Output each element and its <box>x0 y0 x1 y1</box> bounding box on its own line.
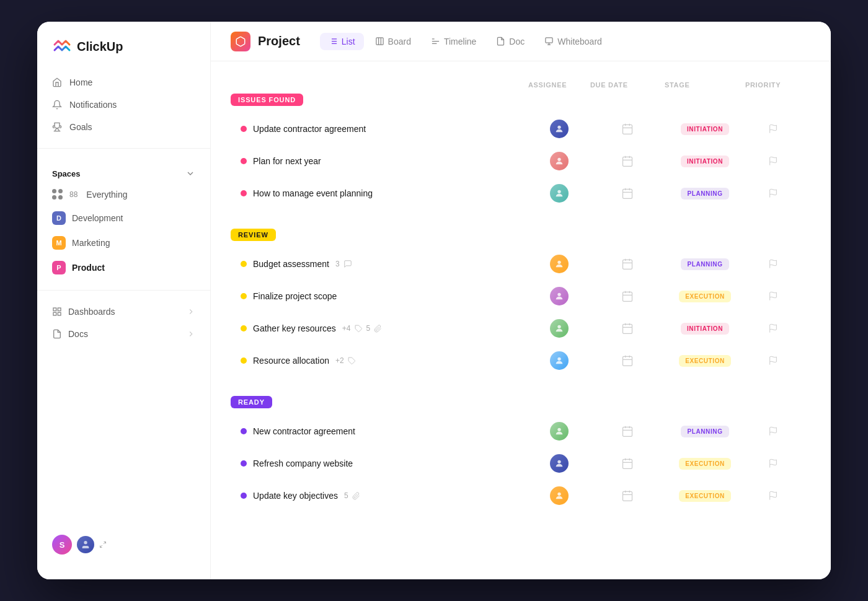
col-task <box>241 81 528 89</box>
project-icon <box>231 32 250 51</box>
task-name-8: New contractor agreement <box>241 426 528 436</box>
svg-point-21 <box>557 126 560 129</box>
tab-board-label: Board <box>388 37 411 46</box>
development-badge: D <box>52 211 66 225</box>
task-stage-5: EXECUTION <box>665 291 745 302</box>
task-dot-red <box>241 158 247 164</box>
avatar <box>550 184 569 203</box>
person-icon <box>554 426 564 436</box>
clickup-logo-icon <box>52 37 72 56</box>
calendar-icon <box>621 187 634 200</box>
task-meta-4: 3 <box>335 260 352 268</box>
table-row[interactable]: How to manage event planning PLANNING <box>231 178 811 209</box>
task-assignee-1 <box>528 120 590 138</box>
header-tabs: List Board Timeline Doc <box>320 33 611 50</box>
sidebar-item-goals[interactable]: Goals <box>45 116 203 138</box>
svg-rect-2 <box>58 312 61 315</box>
task-assignee-9 <box>528 454 590 473</box>
sidebar-item-product[interactable]: P Product <box>45 255 203 280</box>
user-icon <box>81 540 91 550</box>
task-date-3[interactable] <box>590 187 665 200</box>
calendar-icon <box>621 322 634 335</box>
table-row[interactable]: Plan for next year INITIATION <box>231 146 811 177</box>
table-row[interactable]: Refresh company website EXECUTION <box>231 448 811 479</box>
avatar <box>550 486 569 505</box>
sidebar-item-everything-label: Everything <box>86 190 127 200</box>
flag-icon <box>768 323 778 333</box>
calendar-icon <box>621 489 634 502</box>
sidebar-divider-2 <box>37 290 210 291</box>
expand-icon[interactable] <box>99 541 107 548</box>
tab-doc[interactable]: Doc <box>487 33 533 50</box>
svg-rect-34 <box>623 189 632 198</box>
calendar-icon <box>621 290 634 302</box>
chevron-right-icon <box>187 307 195 316</box>
tab-whiteboard[interactable]: Whiteboard <box>536 33 611 50</box>
table-row[interactable]: Update contractor agreement INITIATION <box>231 113 811 144</box>
sidebar-item-marketing[interactable]: M Marketing <box>45 230 203 255</box>
task-stage-10: EXECUTION <box>665 490 745 502</box>
sidebar-item-everything[interactable]: 88 Everything <box>45 183 203 206</box>
task-date-9[interactable] <box>590 457 665 470</box>
task-date-10[interactable] <box>590 489 665 502</box>
dashboards-icon <box>52 307 62 317</box>
sidebar-item-home[interactable]: Home <box>45 71 203 94</box>
calendar-icon <box>621 457 634 470</box>
task-date-2[interactable] <box>590 155 665 167</box>
docs-icon <box>52 329 62 339</box>
sidebar-item-development[interactable]: D Development <box>45 206 203 230</box>
task-assignee-3 <box>528 184 590 203</box>
sidebar-item-docs[interactable]: Docs <box>45 323 203 345</box>
task-date-1[interactable] <box>590 123 665 135</box>
flag-icon <box>768 188 778 198</box>
task-assignee-7 <box>528 351 590 370</box>
task-stage-1: INITIATION <box>665 123 745 135</box>
task-dot-yellow <box>241 293 247 299</box>
task-date-6[interactable] <box>590 322 665 335</box>
task-date-4[interactable] <box>590 258 665 270</box>
sidebar-item-notifications[interactable]: Notifications <box>45 94 203 116</box>
task-assignee-6 <box>528 319 590 338</box>
task-priority-7 <box>745 356 801 366</box>
table-row[interactable]: Resource allocation +2 <box>231 345 811 376</box>
grid-icon <box>52 189 63 200</box>
task-dot-red <box>241 126 247 132</box>
table-row[interactable]: Update key objectives 5 <box>231 480 811 511</box>
task-name-5: Finalize project scope <box>241 291 528 301</box>
task-date-7[interactable] <box>590 354 665 367</box>
paperclip-icon <box>374 325 382 333</box>
table-row[interactable]: New contractor agreement PLANNING <box>231 416 811 447</box>
bell-icon <box>52 100 62 110</box>
task-name-9: Refresh company website <box>241 458 528 468</box>
section-ready-header: READY <box>231 396 811 408</box>
task-priority-3 <box>745 188 801 198</box>
tag-icon-2 <box>348 357 356 365</box>
flag-icon <box>768 156 778 166</box>
tab-board[interactable]: Board <box>366 33 420 50</box>
table-row[interactable]: Gather key resources +4 5 <box>231 313 811 344</box>
table-row[interactable]: Budget assessment 3 <box>231 248 811 279</box>
tab-timeline[interactable]: Timeline <box>422 33 485 50</box>
user-avatar-secondary[interactable] <box>77 536 94 553</box>
sidebar-logo[interactable]: ClickUp <box>37 37 210 71</box>
task-date-8[interactable] <box>590 425 665 437</box>
person-icon <box>554 323 564 333</box>
svg-point-59 <box>557 358 560 361</box>
sidebar-item-dashboards[interactable]: Dashboards <box>45 300 203 323</box>
svg-rect-19 <box>546 38 552 43</box>
tab-list[interactable]: List <box>320 33 364 50</box>
person-icon <box>554 356 564 366</box>
task-meta-6: +4 5 <box>342 324 382 333</box>
section-review-label: REVIEW <box>231 229 276 241</box>
task-date-5[interactable] <box>590 290 665 302</box>
task-priority-4 <box>745 259 801 269</box>
task-assignee-2 <box>528 152 590 170</box>
sidebar-nav: Home Notifications Goals <box>37 71 210 138</box>
spaces-list: 88 Everything D Development M Marketing … <box>37 183 210 280</box>
svg-rect-46 <box>623 292 632 301</box>
everything-count: 88 <box>69 190 78 199</box>
table-row[interactable]: Finalize project scope EXECUTION <box>231 281 811 312</box>
user-avatar-s[interactable]: S <box>52 535 72 555</box>
chevron-down-icon[interactable] <box>185 169 195 178</box>
person-icon <box>554 124 564 134</box>
